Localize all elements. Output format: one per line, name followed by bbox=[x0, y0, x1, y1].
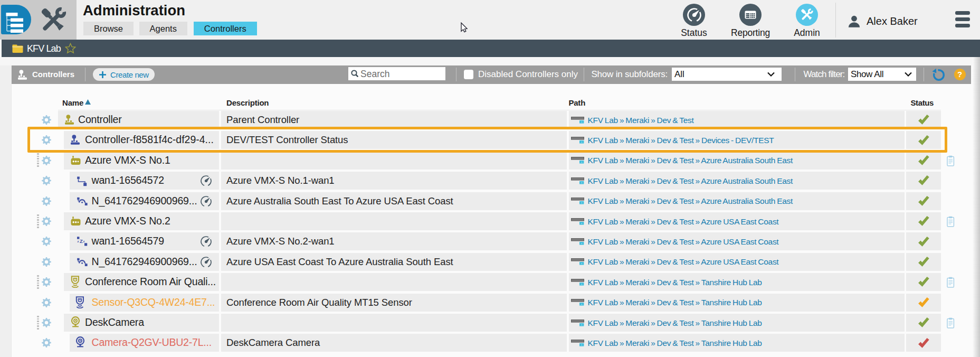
svg-text:z: z bbox=[83, 240, 84, 243]
svg-text:Z: Z bbox=[80, 238, 83, 244]
svg-text:z: z bbox=[77, 240, 79, 243]
